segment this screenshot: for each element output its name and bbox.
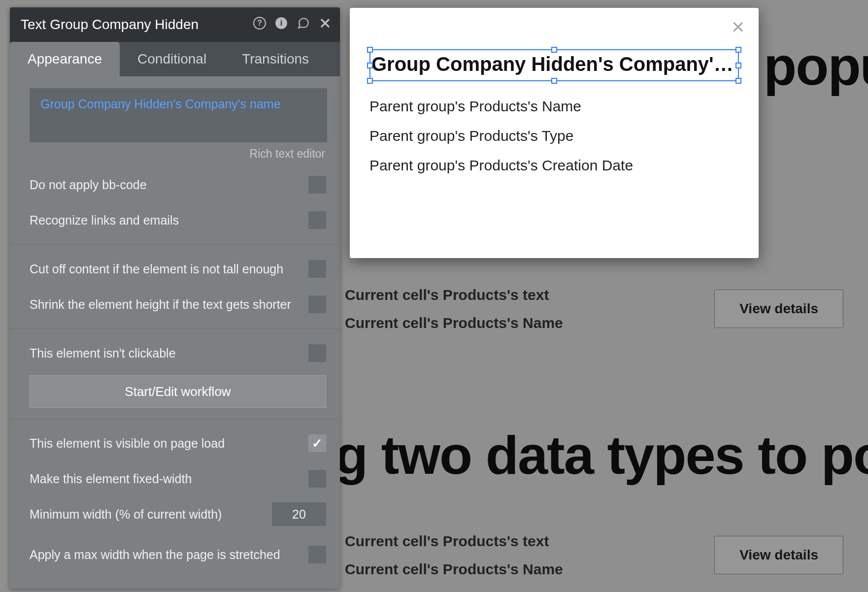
bg-heading-partial-1: popu [764, 34, 868, 97]
popup-field-name[interactable]: Parent group's Products's Name [369, 98, 739, 115]
property-inspector-panel: Text Group Company Hidden ? i Appearance… [10, 7, 340, 589]
min-width-input[interactable] [272, 502, 326, 526]
resize-handle[interactable] [551, 47, 557, 53]
canvas-row: Current cell's Products's text Current c… [345, 281, 843, 337]
popup-heading-text: Group Company Hidden's Company's... [371, 53, 737, 75]
option-recognize-links-checkbox[interactable] [308, 211, 326, 229]
cell-products-name: Current cell's Products's Name [345, 555, 563, 583]
resize-handle[interactable] [735, 78, 741, 84]
comment-icon[interactable] [297, 17, 310, 33]
expression-text: Group Company Hidden's Company's name [40, 97, 281, 111]
svg-text:i: i [280, 18, 283, 27]
view-details-button[interactable]: View details [714, 290, 843, 328]
option-visible-on-load-checkbox[interactable] [308, 434, 326, 452]
resize-handle[interactable] [367, 63, 373, 68]
option-fixed-width-label: Make this element fixed-width [30, 472, 308, 486]
popup-field-type[interactable]: Parent group's Products's Type [369, 128, 739, 144]
option-cut-off-checkbox[interactable] [308, 260, 326, 278]
help-icon[interactable]: ? [253, 17, 266, 33]
option-shrink-checkbox[interactable] [308, 296, 326, 313]
resize-handle[interactable] [367, 78, 373, 84]
bg-heading-partial-2: g two data types to pop [335, 424, 868, 486]
tab-transitions[interactable]: Transitions [224, 42, 327, 76]
view-details-button[interactable]: View details [714, 536, 843, 574]
inspector-header[interactable]: Text Group Company Hidden ? i [10, 7, 340, 42]
tab-appearance[interactable]: Appearance [10, 42, 120, 76]
option-not-clickable-checkbox[interactable] [308, 344, 326, 362]
inspector-title: Text Group Company Hidden [21, 17, 246, 33]
option-visible-on-load-label: This element is visible on page load [30, 436, 308, 451]
option-recognize-links-label: Recognize links and emails [30, 213, 308, 228]
cell-products-text: Current cell's Products's text [345, 281, 563, 309]
rich-text-editor-link[interactable]: Rich text editor [10, 147, 325, 161]
close-icon[interactable]: ✕ [731, 19, 745, 35]
option-no-bbcode-label: Do not apply bb-code [30, 178, 308, 192]
resize-handle[interactable] [735, 63, 741, 68]
resize-handle[interactable] [367, 47, 373, 53]
option-not-clickable-label: This element isn't clickable [30, 346, 308, 361]
canvas-row: Current cell's Products's text Current c… [345, 527, 843, 583]
info-icon[interactable]: i [275, 17, 288, 33]
option-min-width-label: Minimum width (% of current width) [30, 507, 272, 522]
popup-field-creation-date[interactable]: Parent group's Products's Creation Date [369, 157, 739, 174]
option-shrink-label: Shrink the element height if the text ge… [30, 297, 308, 312]
option-max-width-label: Apply a max width when the page is stret… [30, 548, 308, 562]
option-fixed-width-checkbox[interactable] [308, 470, 326, 488]
tab-conditional[interactable]: Conditional [120, 42, 224, 76]
option-no-bbcode-checkbox[interactable] [308, 176, 326, 194]
cell-products-name: Current cell's Products's Name [345, 309, 563, 337]
option-cut-off-label: Cut off content if the element is not ta… [30, 262, 308, 276]
selected-element-bounding-box[interactable]: Group Company Hidden's Company's... [369, 49, 739, 81]
resize-handle[interactable] [551, 78, 557, 84]
cell-products-text: Current cell's Products's text [345, 527, 563, 555]
resize-handle[interactable] [735, 47, 741, 53]
option-max-width-checkbox[interactable] [308, 546, 326, 563]
preview-popup: ✕ Group Company Hidden's Company's... Pa… [350, 8, 759, 258]
inspector-tabs: Appearance Conditional Transitions [10, 42, 340, 76]
start-edit-workflow-button[interactable]: Start/Edit workflow [30, 375, 326, 408]
expression-editor[interactable]: Group Company Hidden's Company's name [30, 88, 327, 142]
close-icon[interactable] [319, 17, 331, 33]
svg-text:?: ? [257, 18, 262, 27]
